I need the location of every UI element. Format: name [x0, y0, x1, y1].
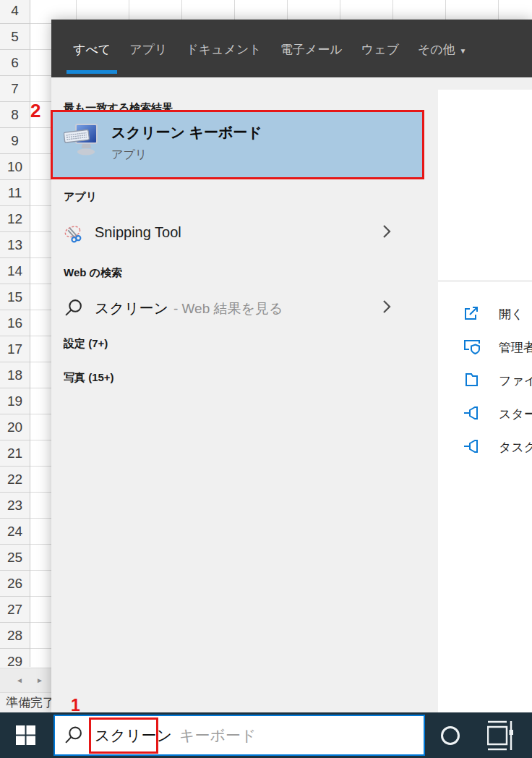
web-search-section-header: Web の検索	[64, 266, 122, 280]
open-launch-icon	[463, 305, 479, 321]
action-label: 管理者として実行	[499, 339, 532, 356]
row-header-cell[interactable]: 28	[0, 623, 30, 649]
status-ready-text: 準備完了	[6, 694, 55, 711]
excel-row-header: 4567891011121314151617181920212223242526…	[0, 0, 30, 667]
row-header-cell[interactable]: 25	[0, 545, 30, 571]
action-pin-to-taskbar[interactable]: タスク バーにピン留めする	[438, 430, 532, 463]
file-location-folder-icon	[463, 372, 479, 388]
tab-documents[interactable]: ドキュメント	[186, 41, 261, 57]
row-header-cell[interactable]: 20	[0, 414, 30, 440]
row-header-cell[interactable]: 17	[0, 336, 30, 362]
row-header-cell[interactable]: 27	[0, 597, 30, 623]
windows-taskbar: スクリーン キーボード	[0, 712, 532, 758]
search-icon	[64, 725, 83, 745]
row-header-cell[interactable]: 8	[0, 102, 30, 128]
row-header-cell[interactable]: 11	[0, 180, 30, 206]
tab-email[interactable]: 電子メール	[280, 41, 343, 57]
best-match-title: スクリーン キーボード	[111, 123, 262, 142]
scroll-right-icon[interactable]: ►	[36, 676, 43, 684]
chevron-right-icon[interactable]	[382, 224, 391, 239]
row-header-cell[interactable]: 23	[0, 493, 30, 519]
action-open[interactable]: 開く	[438, 297, 532, 330]
best-match-result-onscreen-keyboard[interactable]: スクリーン キーボード アプリ	[52, 111, 424, 178]
task-view-button[interactable]	[479, 712, 522, 758]
pin-icon	[463, 438, 481, 454]
row-header-cell[interactable]: 18	[0, 362, 30, 388]
row-header-cell[interactable]: 4	[0, 0, 30, 24]
settings-section-header[interactable]: 設定 (7+)	[64, 337, 108, 351]
scroll-left-icon[interactable]: ◄	[16, 676, 23, 684]
tab-all[interactable]: すべて	[73, 41, 111, 57]
taskbar-search-input[interactable]: スクリーン キーボード	[53, 715, 425, 756]
pin-icon	[463, 405, 481, 421]
tab-more[interactable]: その他▼	[418, 41, 467, 57]
cortana-button[interactable]	[432, 712, 469, 758]
action-label: スタートにピン留めする	[499, 406, 532, 422]
preview-pane-top-card	[438, 90, 532, 280]
search-input-suggestion: キーボード	[179, 725, 256, 746]
apps-section-header: アプリ	[64, 190, 97, 204]
on-screen-keyboard-icon	[64, 123, 98, 156]
row-header-cell[interactable]: 14	[0, 258, 30, 284]
web-search-result[interactable]: スクリーン- Web 結果を見る	[51, 291, 424, 330]
row-header-cell[interactable]: 16	[0, 310, 30, 336]
row-header-cell[interactable]: 26	[0, 571, 30, 597]
row-header-cell[interactable]: 7	[0, 76, 30, 102]
row-header-cell[interactable]: 22	[0, 467, 30, 493]
search-filter-tabs: すべて アプリ ドキュメント 電子メール ウェブ その他▼	[51, 20, 532, 77]
web-search-query: スクリーン	[95, 300, 168, 316]
row-header-cell[interactable]: 12	[0, 206, 30, 232]
start-button[interactable]	[7, 712, 43, 758]
row-header-cell[interactable]: 10	[0, 154, 30, 180]
row-header-cell[interactable]: 29	[0, 649, 30, 667]
row-header-cell[interactable]: 15	[0, 284, 30, 310]
row-header-cell[interactable]: 24	[0, 519, 30, 545]
action-pin-to-start[interactable]: スタートにピン留めする	[438, 396, 532, 430]
app-result-snipping-tool[interactable]: Snipping Tool	[51, 216, 424, 255]
row-header-cell[interactable]: 21	[0, 440, 30, 467]
action-label: タスク バーにピン留めする	[499, 439, 532, 456]
tab-apps[interactable]: アプリ	[129, 41, 167, 57]
chevron-right-icon[interactable]	[382, 299, 391, 314]
screen: 4567891011121314151617181920212223242526…	[0, 0, 532, 758]
search-input-value: スクリーン	[95, 725, 172, 746]
action-run-as-administrator[interactable]: 管理者として実行	[438, 330, 532, 363]
row-header-cell[interactable]: 5	[0, 24, 30, 50]
row-header-cell[interactable]: 13	[0, 232, 30, 258]
action-open-file-location[interactable]: ファイルの場所を開く	[438, 363, 532, 396]
action-label: 開く	[499, 306, 523, 323]
windows-logo-icon	[16, 725, 35, 745]
cortana-circle-icon	[441, 726, 460, 745]
action-label: ファイルの場所を開く	[499, 372, 532, 389]
row-header-cell[interactable]: 9	[0, 128, 30, 154]
app-result-label: Snipping Tool	[95, 224, 181, 241]
row-header-cell[interactable]: 19	[0, 388, 30, 414]
web-search-suffix: - Web 結果を見る	[173, 301, 283, 316]
task-view-icon	[487, 720, 513, 751]
windows-search-panel: すべて アプリ ドキュメント 電子メール ウェブ その他▼ 最も一致する検索結果	[51, 20, 532, 712]
photos-section-header[interactable]: 写真 (15+)	[64, 371, 114, 385]
chevron-down-icon: ▼	[460, 47, 467, 55]
best-match-subtitle: アプリ	[111, 148, 147, 163]
tab-web[interactable]: ウェブ	[361, 41, 399, 57]
snipping-tool-scissors-icon	[64, 224, 83, 244]
row-header-cell[interactable]: 6	[0, 50, 30, 76]
admin-shield-icon	[463, 338, 481, 354]
preview-pane-actions-card: 開く 管理者として実行 ファイルの場所を開く	[438, 282, 532, 712]
search-icon	[64, 298, 83, 318]
